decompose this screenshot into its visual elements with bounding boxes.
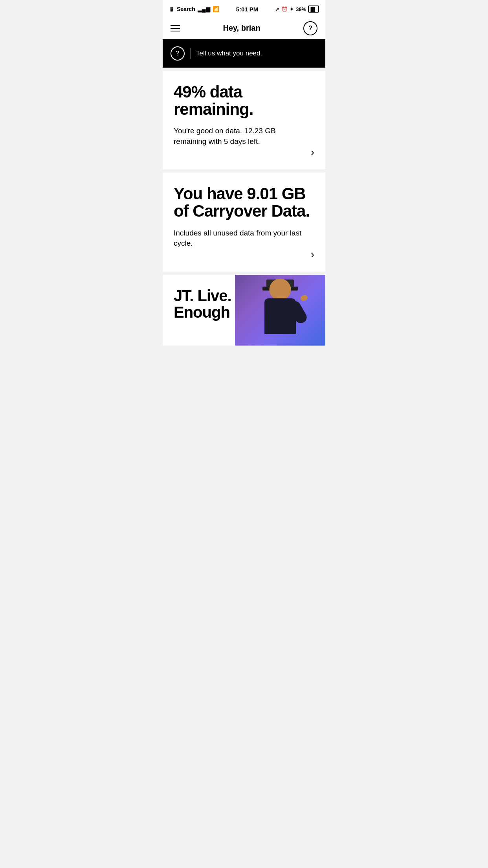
carryover-data-title: You have 9.01 GB of Carryover Data. (174, 185, 314, 220)
carryover-data-subtitle: Includes all unused data from your last … (174, 228, 307, 249)
hamburger-line-2 (171, 28, 180, 29)
jt-card-title: JT. Live. Enough (174, 287, 235, 320)
status-time: 5:01 PM (236, 6, 259, 13)
help-question-icon: ? (176, 50, 180, 57)
help-icon: ? (308, 25, 312, 32)
carryover-data-arrow: › (311, 248, 314, 261)
pointing-hand (300, 294, 308, 302)
jt-title-line2: Enough (174, 304, 235, 320)
help-banner-text: Tell us what you need. (196, 50, 262, 57)
carryover-data-card[interactable]: You have 9.01 GB of Carryover Data. Incl… (163, 173, 325, 271)
data-remaining-subtitle: You're good on data. 12.23 GB remaining … (174, 126, 307, 147)
jt-card-image (235, 275, 325, 346)
battery-icon: █▌ (308, 6, 319, 13)
jt-promo-card[interactable]: JT. Live. Enough (163, 275, 325, 346)
carrier-icon: 📱 (169, 7, 174, 12)
help-button[interactable]: ? (303, 21, 317, 35)
data-remaining-card[interactable]: 49% data remaining. You're good on data.… (163, 71, 325, 169)
jt-card-content: JT. Live. Enough (163, 275, 235, 346)
hamburger-line-3 (171, 31, 180, 31)
jt-title-line1: JT. Live. (174, 287, 235, 304)
wifi-icon: 📶 (213, 6, 219, 12)
help-banner-divider (190, 48, 191, 59)
carrier-name: Search (177, 6, 195, 12)
alarm-icon: ⏰ (281, 6, 288, 12)
bluetooth-icon: ✦ (290, 6, 294, 12)
hamburger-line-1 (171, 25, 180, 26)
cards-container: 49% data remaining. You're good on data.… (163, 68, 325, 346)
status-right: ↗ ⏰ ✦ 39% █▌ (275, 6, 319, 13)
location-icon: ↗ (275, 6, 279, 12)
status-left: 📱 Search ▂▄▆ 📶 (169, 6, 219, 12)
nav-bar: Hey, brian ? (163, 17, 325, 39)
data-remaining-arrow: › (311, 146, 314, 158)
status-bar: 📱 Search ▂▄▆ 📶 5:01 PM ↗ ⏰ ✦ 39% █▌ (163, 0, 325, 17)
signal-bars: ▂▄▆ (198, 6, 210, 12)
battery-percentage: 39% (296, 6, 306, 12)
help-banner-icon: ? (171, 46, 185, 61)
help-banner[interactable]: ? Tell us what you need. (163, 39, 325, 68)
page-title: Hey, brian (223, 24, 260, 33)
person-silhouette (249, 275, 312, 346)
head (270, 279, 291, 300)
jt-person-figure (235, 275, 325, 346)
data-remaining-title: 49% data remaining. (174, 83, 314, 118)
hamburger-menu-button[interactable] (171, 25, 180, 31)
